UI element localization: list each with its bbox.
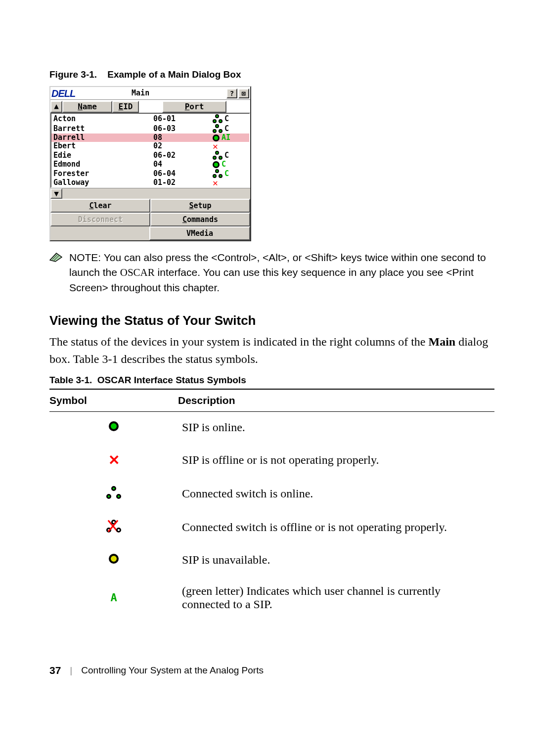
desc-cell: Connected switch is online.: [178, 477, 494, 511]
row-name: Galloway: [52, 179, 153, 186]
clear-button[interactable]: Clear: [50, 199, 150, 213]
row-status: C: [213, 161, 240, 168]
server-row[interactable]: Galloway01-02✕: [51, 178, 249, 187]
server-row[interactable]: Barrett06-03C: [51, 124, 249, 133]
switch-icon: [213, 169, 222, 178]
note: NOTE: You can also press the <Control>, …: [49, 250, 494, 295]
commands-button[interactable]: Commands: [150, 213, 250, 226]
button-row-3: VMedia: [50, 226, 250, 240]
table-caption: Table 3-1. OSCAR Interface Status Symbol…: [49, 375, 494, 386]
row-status: C: [213, 124, 240, 133]
row-port: 02: [153, 142, 213, 150]
user-channel-icon: A: [110, 591, 117, 604]
note-icon: [49, 252, 62, 262]
row-channel: AI: [222, 134, 230, 141]
row-status: AI: [213, 134, 240, 141]
switch-icon: [213, 151, 222, 160]
th-symbol: Symbol: [49, 389, 178, 412]
chapter-title: Controlling Your System at the Analog Po…: [81, 665, 264, 676]
desc-cell: Connected switch is offline or is not op…: [178, 511, 494, 544]
switch-icon: [213, 114, 222, 123]
row-status: ✕: [213, 179, 240, 186]
sip-offline-icon: ✕: [108, 452, 120, 468]
table-row: Connected switch is online.: [49, 477, 494, 511]
desc-cell: SIP is online.: [178, 411, 494, 443]
switch-offline-icon: [106, 520, 121, 533]
online-icon: [213, 161, 220, 168]
row-status: C: [213, 114, 240, 123]
desc-cell: SIP is unavailable.: [178, 544, 494, 576]
row-channel: C: [224, 152, 229, 159]
table-row: A(green letter) Indicates which user cha…: [49, 576, 494, 620]
close-button[interactable]: ⊠: [238, 89, 249, 98]
vmedia-button[interactable]: VMedia: [149, 226, 250, 240]
sip-unavailable-icon: [109, 554, 119, 564]
dialog-title: Main: [55, 89, 225, 97]
scroll-up-icon: ▲: [54, 101, 59, 111]
server-row[interactable]: Edie06-02C: [51, 150, 249, 160]
col-port-header[interactable]: Port: [162, 101, 226, 113]
th-description: Description: [178, 389, 494, 412]
button-row-2: Disconnect Commands: [50, 213, 250, 226]
page-number: 37: [49, 665, 61, 676]
row-status: C: [213, 169, 240, 178]
scroll-down-icon: ▼: [54, 189, 59, 198]
sip-online-icon: [109, 421, 119, 431]
section-body: The status of the devices in your system…: [49, 333, 494, 368]
online-icon: [213, 134, 220, 141]
row-name: Darrell: [52, 134, 153, 141]
page-footer: 37 | Controlling Your System at the Anal…: [49, 665, 494, 676]
footer-separator: |: [70, 665, 72, 676]
symbol-cell: [49, 411, 178, 443]
main-dialog: DELL Main ? ⊠ ▲ Name EID Port Acton06-01…: [49, 86, 251, 241]
desc-cell: (green letter) Indicates which user chan…: [178, 576, 494, 620]
section-heading: Viewing the Status of Your Switch: [49, 313, 494, 328]
offline-icon: ✕: [213, 179, 218, 186]
col-eid-header[interactable]: EID: [112, 101, 139, 113]
server-row[interactable]: Darrell08AI: [51, 133, 249, 142]
table-row: ✕SIP is offline or is not operating prop…: [49, 443, 494, 477]
symbol-cell: [49, 511, 178, 544]
server-list: Acton06-01CBarrett06-03CDarrell08AIEbert…: [50, 113, 250, 188]
row-channel: C: [222, 161, 226, 168]
table-header-row: Symbol Description: [49, 389, 494, 412]
symbol-cell: ✕: [49, 443, 178, 477]
symbol-cell: A: [49, 576, 178, 620]
table-row: Connected switch is offline or is not op…: [49, 511, 494, 544]
status-symbols-table: Symbol Description SIP is online.✕SIP is…: [49, 389, 494, 620]
symbol-cell: [49, 477, 178, 511]
row-status: C: [213, 151, 240, 160]
symbol-cell: [49, 544, 178, 576]
figure-label: Figure 3-1.: [49, 69, 97, 80]
row-name: Acton: [52, 115, 153, 123]
setup-button[interactable]: Setup: [150, 199, 250, 213]
scroll-up-button[interactable]: ▲: [50, 101, 62, 113]
server-row[interactable]: Ebert02✕: [51, 142, 249, 150]
server-row[interactable]: Forester06-04C: [51, 169, 249, 178]
server-row[interactable]: Acton06-01C: [51, 114, 249, 124]
scroll-down-button[interactable]: ▼: [50, 188, 62, 199]
row-port: 01-02: [153, 179, 213, 186]
switch-icon: [213, 124, 222, 133]
row-port: 06-04: [153, 170, 213, 178]
row-port: 08: [153, 134, 213, 141]
row-channel: C: [224, 170, 229, 178]
server-row[interactable]: Edmond04C: [51, 160, 249, 169]
switch-online-icon: [106, 486, 121, 499]
note-label: NOTE:: [69, 252, 101, 263]
col-name-header[interactable]: Name: [62, 101, 112, 113]
row-port: 06-01: [153, 115, 213, 123]
table-row: SIP is online.: [49, 411, 494, 443]
titlebar: DELL Main ? ⊠: [50, 87, 250, 100]
row-port: 06-03: [153, 125, 213, 133]
button-row-1: Clear Setup: [50, 199, 250, 213]
row-name: Edie: [52, 152, 153, 159]
row-port: 06-02: [153, 152, 213, 159]
help-button[interactable]: ?: [226, 89, 237, 98]
disconnect-button: Disconnect: [50, 213, 150, 226]
figure-caption: Figure 3-1. Example of a Main Dialog Box: [49, 69, 494, 80]
row-status: ✕: [213, 143, 240, 150]
row-channel: C: [224, 115, 229, 123]
row-name: Barrett: [52, 125, 153, 133]
row-channel: C: [224, 125, 229, 133]
